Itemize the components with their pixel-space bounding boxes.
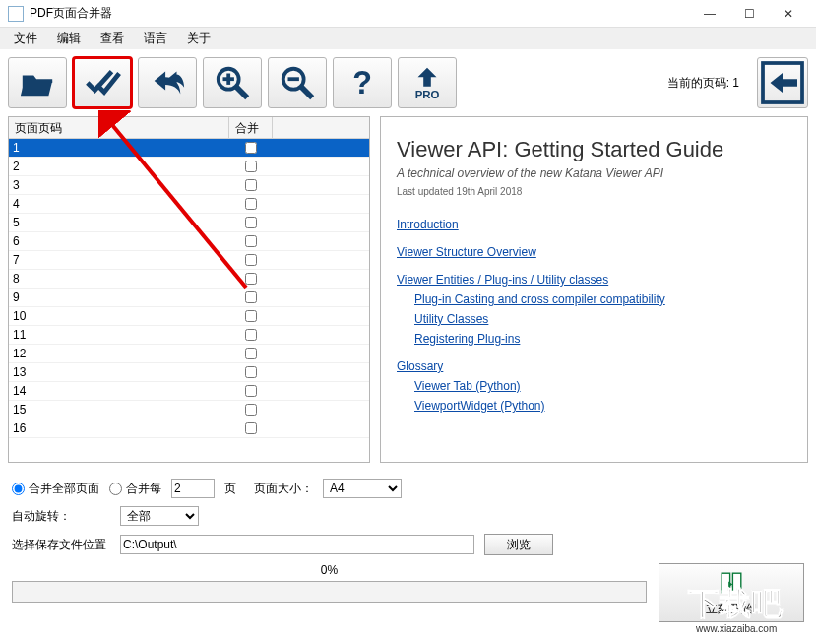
save-path-input[interactable]: [120, 535, 474, 554]
auto-rotate-select[interactable]: 全部: [120, 506, 199, 526]
table-row[interactable]: 12: [9, 345, 369, 363]
zoom-out-button[interactable]: [268, 57, 327, 108]
check-all-button[interactable]: [73, 57, 132, 108]
menu-language[interactable]: 语言: [136, 29, 175, 49]
svg-line-1: [236, 87, 247, 97]
pro-up-icon: PRO: [408, 64, 446, 101]
row-merge-checkbox[interactable]: [245, 198, 257, 210]
row-merge-checkbox[interactable]: [245, 348, 257, 359]
row-page-number: 7: [9, 253, 229, 267]
preview-panel[interactable]: Viewer API: Getting Started Guide A tech…: [380, 116, 808, 463]
toc-casting[interactable]: Plug-in Casting and cross compiler compa…: [414, 290, 791, 309]
table-row[interactable]: 16: [9, 419, 369, 438]
row-merge-checkbox[interactable]: [245, 329, 257, 341]
row-page-number: 14: [9, 384, 229, 398]
enter-arrow-icon: [758, 58, 807, 107]
table-row[interactable]: 3: [9, 176, 369, 195]
toc-struct[interactable]: Viewer Structure Overview: [397, 242, 791, 262]
page-list-panel: 页面页码 合并 12345678910111213141516: [8, 116, 370, 463]
row-merge-checkbox[interactable]: [245, 385, 257, 397]
main-area: 页面页码 合并 12345678910111213141516 Viewer A…: [0, 116, 816, 471]
table-row[interactable]: 6: [9, 232, 369, 251]
doc-subtitle: A technical overview of the new Katana V…: [397, 166, 791, 180]
table-row[interactable]: 11: [9, 326, 369, 345]
table-row[interactable]: 5: [9, 214, 369, 232]
row-merge-checkbox[interactable]: [245, 310, 257, 322]
row-merge-checkbox[interactable]: [245, 291, 257, 303]
table-row[interactable]: 1: [9, 139, 369, 158]
maximize-button[interactable]: ☐: [729, 2, 769, 26]
row-merge-checkbox[interactable]: [245, 179, 257, 191]
current-page-label: 当前的页码: 1: [667, 75, 739, 92]
row-merge-checkbox[interactable]: [245, 273, 257, 285]
progress-container: 0%: [12, 563, 647, 622]
menu-view[interactable]: 查看: [93, 29, 132, 49]
table-row[interactable]: 7: [9, 251, 369, 270]
row-page-number: 3: [9, 178, 229, 192]
help-button[interactable]: ?: [333, 57, 392, 108]
table-row[interactable]: 14: [9, 382, 369, 401]
toc-vtab[interactable]: Viewer Tab (Python): [414, 376, 791, 396]
table-row[interactable]: 8: [9, 270, 369, 289]
toc-glossary[interactable]: Glossary: [397, 356, 791, 376]
toc-entities[interactable]: Viewer Entities / Plug-ins / Utility cla…: [397, 270, 791, 290]
row-merge-checkbox[interactable]: [245, 217, 257, 228]
page-size-label: 页面大小：: [254, 481, 313, 497]
table-row[interactable]: 9: [9, 289, 369, 307]
save-loc-row: 选择保存文件位置 浏览: [12, 534, 804, 555]
page-size-select[interactable]: A4: [323, 479, 402, 498]
merge-all-label: 合并全部页面: [29, 481, 99, 497]
folder-open-icon: [19, 64, 56, 101]
open-button[interactable]: [8, 57, 67, 108]
double-check-icon: [84, 64, 121, 101]
toolbar: ? PRO 当前的页码: 1: [0, 49, 816, 116]
table-row[interactable]: 2: [9, 158, 369, 176]
zoom-in-button[interactable]: [203, 57, 262, 108]
browse-button[interactable]: 浏览: [484, 534, 553, 555]
row-page-number: 8: [9, 272, 229, 286]
menu-about[interactable]: 关于: [179, 29, 219, 49]
question-icon: ?: [344, 64, 381, 101]
menubar: 文件 编辑 查看 语言 关于: [0, 28, 816, 49]
table-header: 页面页码 合并: [9, 117, 369, 139]
toc-reg[interactable]: Registering Plug-ins: [414, 329, 791, 349]
row-merge-checkbox[interactable]: [245, 254, 257, 266]
go-button[interactable]: [757, 57, 808, 108]
col-page-header[interactable]: 页面页码: [9, 117, 229, 138]
table-body[interactable]: 12345678910111213141516: [9, 139, 369, 462]
merge-all-radio[interactable]: 合并全部页面: [12, 481, 99, 497]
row-page-number: 10: [9, 309, 229, 323]
minimize-button[interactable]: —: [690, 2, 729, 26]
watermark-url: www.xiazaiba.com: [695, 623, 777, 634]
table-row[interactable]: 15: [9, 401, 369, 419]
svg-text:PRO: PRO: [415, 89, 440, 100]
table-row[interactable]: 10: [9, 307, 369, 326]
row-merge-checkbox[interactable]: [245, 404, 257, 416]
row-merge-checkbox[interactable]: [245, 161, 257, 172]
row-page-number: 11: [9, 328, 229, 342]
col-merge-header[interactable]: 合并: [229, 117, 273, 138]
row-page-number: 12: [9, 347, 229, 360]
window-title: PDF页面合并器: [30, 5, 690, 22]
row-page-number: 5: [9, 216, 229, 229]
undo-button[interactable]: [138, 57, 197, 108]
table-row[interactable]: 4: [9, 195, 369, 214]
merge-every-count[interactable]: [171, 479, 215, 498]
menu-edit[interactable]: 编辑: [49, 29, 89, 49]
pro-button[interactable]: PRO: [398, 57, 457, 108]
merge-every-radio[interactable]: 合并每: [109, 481, 161, 497]
save-loc-label: 选择保存文件位置: [12, 537, 110, 553]
zoom-out-icon: [279, 64, 316, 101]
row-merge-checkbox[interactable]: [245, 422, 257, 434]
close-button[interactable]: ✕: [769, 2, 808, 26]
pages-unit: 页: [224, 481, 236, 497]
toc-util[interactable]: Utility Classes: [414, 309, 791, 329]
toc-intro[interactable]: Introduction: [397, 215, 791, 234]
app-icon: [8, 6, 24, 22]
row-merge-checkbox[interactable]: [245, 366, 257, 378]
row-merge-checkbox[interactable]: [245, 235, 257, 247]
menu-file[interactable]: 文件: [6, 29, 45, 49]
row-merge-checkbox[interactable]: [245, 142, 257, 154]
toc-vwidget[interactable]: ViewportWidget (Python): [414, 396, 791, 416]
table-row[interactable]: 13: [9, 363, 369, 382]
